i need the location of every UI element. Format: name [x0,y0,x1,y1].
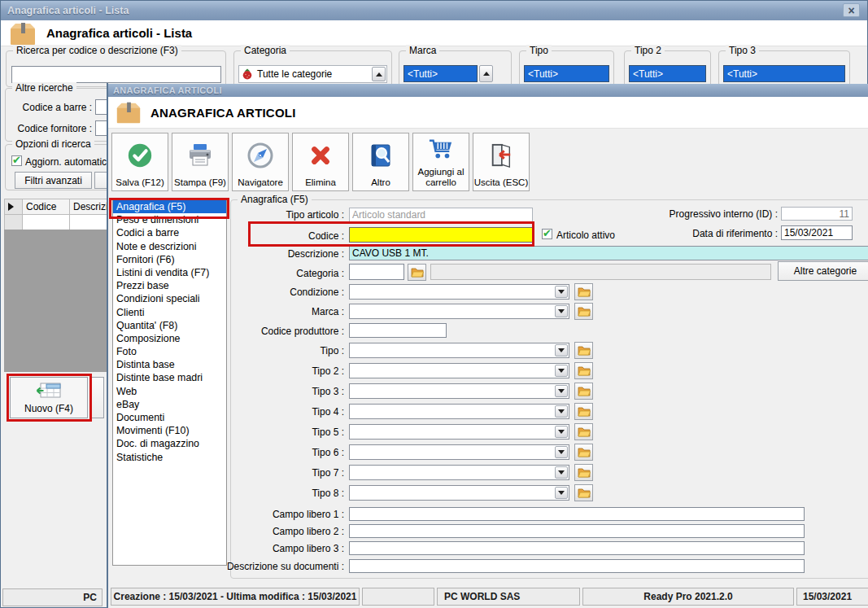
condizione-select[interactable] [349,284,569,300]
tipo7-label: Tipo 7 : [168,467,344,479]
categoria-folder-button[interactable] [408,264,426,281]
dropdown-arrow-icon[interactable] [555,405,568,418]
tipo5-folder-button[interactable] [574,423,593,440]
codice-produttore-input[interactable] [349,323,447,338]
descrizione-documenti-label: Descrizione su documenti : [168,561,344,572]
folder-icon [578,345,591,356]
tipo4-select[interactable] [349,404,569,419]
search-input[interactable] [11,66,221,83]
anagrafica-articoli-modal: ANAGRAFICA ARTICOLI ANAGRAFICA ARTICOLI … [108,84,868,608]
folder-icon [411,267,424,278]
tipo6-label: Tipo 6 : [168,447,344,458]
dropdown-arrow-icon[interactable] [555,365,568,377]
tipo7-select[interactable] [349,465,569,480]
nuovo-button[interactable]: Nuovo (F4) [10,377,88,418]
campo-libero-1-input[interactable] [349,507,805,521]
printer-icon [172,133,228,177]
altre-categorie-button[interactable]: Altre categorie [778,261,868,281]
aggiorn-automatico-checkbox[interactable]: ✔ [11,155,22,166]
categoria-code-input[interactable] [349,264,404,280]
stampa-button[interactable]: Stampa (F9) [172,133,229,191]
tipo3-select[interactable] [349,383,569,399]
marca-spin-up-icon[interactable] [479,65,493,82]
close-icon[interactable]: × [843,3,860,17]
tipo2-filter-select[interactable]: <Tutti> [629,65,706,82]
tipo-select[interactable] [349,343,569,358]
package-icon [7,21,38,46]
marca-folder-button[interactable] [574,303,593,320]
dropdown-arrow-icon[interactable] [555,286,568,298]
tipo-folder-button[interactable] [574,342,593,359]
tipo3-group-label: Tipo 3 [726,45,759,56]
altro-button[interactable]: Altro [352,133,409,191]
categoria-select[interactable]: Tutte le categorie [238,65,387,83]
campo-libero-3-input[interactable] [349,541,805,555]
categoria-value: Tutte le categorie [257,68,332,80]
articolo-attivo-checkbox[interactable]: ✔ [542,229,552,239]
hidden-side-button[interactable] [91,377,104,418]
tipo6-select[interactable] [349,444,569,460]
tipo5-select[interactable] [349,424,569,440]
tipo3-filter-select[interactable]: <Tutti> [723,65,845,82]
data-riferimento-input[interactable] [781,225,853,240]
dropdown-arrow-icon[interactable] [555,344,568,356]
folder-icon [578,386,591,396]
opzioni-ricerca-label: Opzioni di ricerca [12,138,94,150]
main-header: Anagrafica articoli - Lista [1,20,867,46]
navigatore-button[interactable]: Navigatore [232,133,289,191]
dropdown-arrow-icon[interactable] [555,385,568,397]
modal-titlebar: ANAGRAFICA ARTICOLI [108,84,868,97]
main-statusbar-cell: PC [2,588,103,606]
tipo2-folder-button[interactable] [574,362,593,379]
dropdown-arrow-icon[interactable] [555,305,568,317]
dropdown-arrow-icon[interactable] [555,446,568,458]
tipo3-folder-button[interactable] [574,383,593,400]
marca-filter-select[interactable]: <Tutti> [403,65,478,82]
codice-fornitore-label: Codice fornitore : [11,123,92,134]
save-check-icon [112,133,168,177]
tipo2-select[interactable] [349,363,569,378]
codice-input[interactable] [349,227,533,243]
tipo8-select[interactable] [349,485,569,501]
descrizione-input[interactable] [349,246,868,260]
tipo-articolo-field[interactable] [349,208,533,222]
statusbar-data: 15/03/2021 [796,588,868,606]
salva-button[interactable]: Salva (F12) [111,133,168,191]
modal-toolbar: Salva (F12) Stampa (F9) Navigatore Elimi… [111,133,530,191]
book-search-icon [353,133,408,177]
dropdown-arrow-icon[interactable] [555,426,568,438]
condizione-folder-button[interactable] [574,283,593,300]
uscita-button[interactable]: Uscita (ESC) [473,133,530,191]
dropdown-arrow-icon[interactable] [555,466,568,479]
aggiungi-carrello-button[interactable]: Aggiungi al carrello [412,133,469,191]
dropdown-arrow-icon[interactable] [555,487,568,499]
altre-ricerche-label: Altre ricerche [12,82,76,94]
tipo-filter-select[interactable]: <Tutti> [524,65,609,82]
tipo2-label: Tipo 2 : [168,365,344,377]
folder-icon [578,306,591,317]
codice-label: Codice : [168,230,344,242]
categoria-spin-up-icon[interactable] [372,67,386,81]
marca-select[interactable] [349,304,569,319]
tipo4-label: Tipo 4 : [168,406,344,418]
descrizione-documenti-input[interactable] [349,559,805,573]
elimina-button[interactable]: Elimina [292,133,349,191]
folder-icon [578,488,591,498]
progressivo-label: Progressivo interno (ID) : [607,208,778,220]
table-row[interactable] [22,214,70,230]
modal-header: ANAGRAFICA ARTICOLI [108,97,868,129]
campo-libero-2-input[interactable] [349,524,805,538]
tipo4-folder-button[interactable] [574,403,593,420]
check-icon: ✔ [12,154,21,166]
tipo7-folder-button[interactable] [574,464,593,481]
tipo8-folder-button[interactable] [574,484,593,501]
anagrafica-form-label: Anagrafica (F5) [238,194,312,205]
column-header-codice[interactable]: Codice [22,199,70,215]
modal-page-title: ANAGRAFICA ARTICOLI [150,106,296,120]
tipo3-label: Tipo 3 : [168,386,344,397]
package-icon [114,100,143,125]
statusbar-empty [362,588,434,606]
tipo6-folder-button[interactable] [574,444,593,461]
tipo5-label: Tipo 5 : [168,426,344,438]
filtri-avanzati-button[interactable]: Filtri avanzati [15,172,92,189]
